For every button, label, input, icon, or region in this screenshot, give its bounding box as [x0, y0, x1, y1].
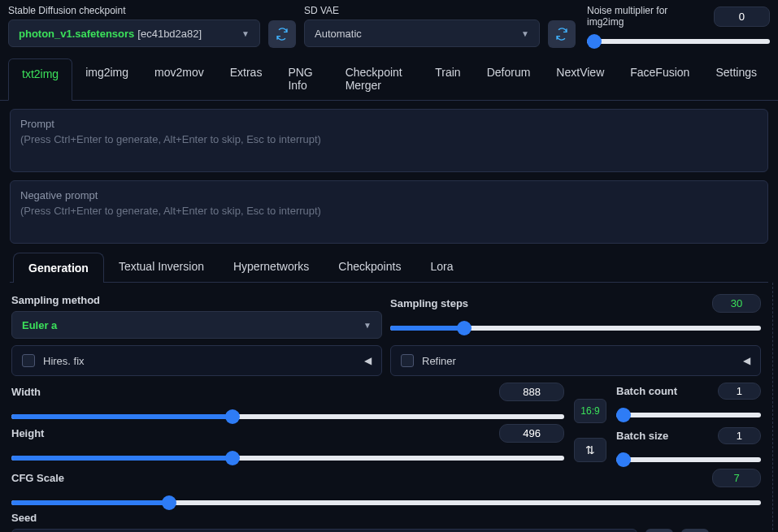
sampling-steps-value[interactable]: 30	[712, 294, 761, 313]
prompt-input[interactable]: Prompt (Press Ctrl+Enter to generate, Al…	[10, 109, 768, 172]
prompt-title: Prompt	[20, 118, 758, 130]
seed-input[interactable]: -1	[11, 529, 637, 532]
tab-extras[interactable]: Extras	[217, 58, 276, 100]
vae-label: SD VAE	[304, 5, 540, 16]
batch-size-slider[interactable]	[616, 457, 761, 462]
refiner-accordion[interactable]: Refiner ◀	[390, 345, 761, 376]
batch-count-value[interactable]: 1	[718, 383, 761, 400]
checkpoint-hash: [ec41bd2a82]	[137, 28, 202, 40]
reuse-seed-button[interactable]: ♻	[681, 529, 709, 532]
tab-mov2mov[interactable]: mov2mov	[141, 58, 217, 100]
width-slider[interactable]	[11, 414, 564, 419]
checkpoint-select[interactable]: photon_v1.safetensors [ec41bd2a82] ▼	[8, 19, 260, 47]
vae-select[interactable]: Automatic ▼	[304, 19, 540, 47]
cfg-scale-value[interactable]: 7	[712, 469, 761, 487]
sampling-method-label: Sampling method	[11, 294, 382, 306]
vae-value: Automatic	[315, 28, 362, 40]
tab-img2img[interactable]: img2img	[72, 58, 141, 100]
sampling-method-value: Euler a	[22, 319, 57, 331]
width-value[interactable]: 888	[499, 383, 564, 401]
cfg-scale-slider[interactable]	[11, 500, 761, 505]
batch-size-label: Batch size	[616, 430, 668, 442]
height-slider[interactable]	[11, 456, 564, 461]
generation-subtabs: Generation Textual Inversion Hypernetwor…	[10, 252, 768, 283]
sampling-steps-slider[interactable]	[390, 326, 761, 331]
sampling-method-select[interactable]: Euler a ▼	[11, 311, 382, 339]
subtab-checkpoints[interactable]: Checkpoints	[324, 252, 415, 282]
negative-prompt-hint: (Press Ctrl+Enter to generate, Alt+Enter…	[20, 205, 758, 217]
subtab-generation[interactable]: Generation	[13, 253, 104, 283]
tab-nextview[interactable]: NextView	[543, 58, 617, 100]
height-value[interactable]: 496	[499, 424, 564, 443]
prompt-hint: (Press Ctrl+Enter to generate, Alt+Enter…	[20, 133, 758, 145]
aspect-ratio-badge[interactable]: 16:9	[574, 399, 606, 423]
refresh-checkpoint-button[interactable]	[268, 20, 296, 48]
batch-count-label: Batch count	[616, 385, 677, 397]
checkpoint-label: Stable Diffusion checkpoint	[8, 5, 260, 16]
tab-deforum[interactable]: Deforum	[474, 58, 544, 100]
subtab-lora[interactable]: Lora	[415, 252, 467, 282]
noise-value[interactable]: 0	[714, 6, 770, 27]
refiner-checkbox[interactable]	[401, 354, 414, 367]
swap-dimensions-button[interactable]: ⇅	[574, 438, 606, 462]
tab-pnginfo[interactable]: PNG Info	[275, 58, 332, 100]
batch-count-slider[interactable]	[616, 413, 761, 417]
negative-prompt-input[interactable]: Negative prompt (Press Ctrl+Enter to gen…	[10, 180, 768, 244]
triangle-left-icon: ◀	[743, 355, 750, 366]
tab-facefusion[interactable]: FaceFusion	[617, 58, 702, 100]
chevron-down-icon: ▼	[363, 321, 372, 330]
sampling-steps-label: Sampling steps	[390, 297, 468, 309]
hires-fix-label: Hires. fix	[43, 355, 85, 367]
width-label: Width	[11, 386, 41, 398]
noise-label: Noise multiplier for img2img	[587, 5, 706, 28]
checkpoint-name: photon_v1.safetensors	[19, 28, 134, 40]
chevron-down-icon: ▼	[241, 29, 250, 38]
cfg-scale-label: CFG Scale	[11, 472, 64, 484]
subtab-hypernetworks[interactable]: Hypernetworks	[219, 252, 324, 282]
tab-settings[interactable]: Settings	[702, 58, 770, 100]
hires-fix-accordion[interactable]: Hires. fix ◀	[11, 345, 382, 376]
main-tabs: txt2img img2img mov2mov Extras PNG Info …	[0, 58, 778, 101]
tab-train[interactable]: Train	[422, 58, 473, 100]
chevron-down-icon: ▼	[521, 29, 529, 38]
subtab-textual-inversion[interactable]: Textual Inversion	[104, 252, 219, 282]
triangle-left-icon: ◀	[364, 355, 372, 366]
refresh-vae-button[interactable]	[548, 20, 576, 48]
negative-prompt-title: Negative prompt	[20, 189, 758, 201]
seed-label: Seed	[11, 512, 761, 524]
tab-txt2img[interactable]: txt2img	[8, 58, 72, 101]
random-seed-button[interactable]: 🎲	[645, 529, 673, 532]
refiner-label: Refiner	[422, 355, 456, 367]
tab-checkpoint-merger[interactable]: Checkpoint Merger	[332, 58, 423, 100]
noise-slider[interactable]	[587, 39, 770, 44]
batch-size-value[interactable]: 1	[718, 427, 761, 444]
hires-fix-checkbox[interactable]	[22, 354, 35, 367]
height-label: Height	[11, 427, 44, 439]
